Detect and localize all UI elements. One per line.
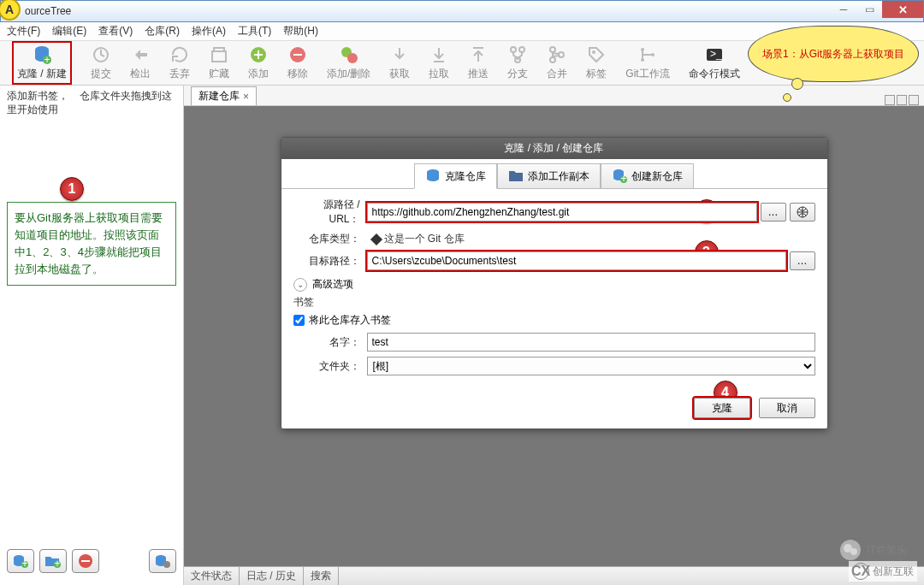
tool-commit[interactable]: 提交 bbox=[91, 44, 111, 81]
maximize-button[interactable]: ▭ bbox=[856, 1, 882, 18]
tab-label: 克隆仓库 bbox=[445, 169, 486, 184]
annotation-instructions: 要从Git服务器上获取项目需要知道项目的地址。按照该页面中1、2、3、4步骤就能… bbox=[7, 202, 176, 286]
dest-input[interactable] bbox=[367, 251, 786, 270]
menu-repo[interactable]: 仓库(R) bbox=[145, 24, 180, 38]
tool-gitflow[interactable]: Git工作流 bbox=[625, 44, 669, 81]
repo-type-value: 这是一个 Git 仓库 bbox=[372, 232, 465, 246]
folder-select[interactable]: [根] bbox=[367, 357, 815, 375]
tool-stash[interactable]: 贮藏 bbox=[209, 44, 229, 81]
status-log-history[interactable]: 日志 / 历史 bbox=[240, 567, 304, 585]
tool-terminal[interactable]: >_命令行模式 bbox=[689, 44, 740, 81]
tool-tag[interactable]: 标签 bbox=[586, 44, 607, 81]
status-search[interactable]: 搜索 bbox=[304, 567, 339, 585]
svg-point-19 bbox=[641, 48, 644, 51]
terminal-icon: >_ bbox=[704, 44, 725, 65]
tool-label: 命令行模式 bbox=[689, 67, 740, 81]
branch-icon bbox=[507, 44, 528, 65]
remove-icon bbox=[287, 44, 308, 65]
add-remove-icon bbox=[339, 44, 359, 65]
close-button[interactable]: ✕ bbox=[882, 1, 923, 18]
tool-remove[interactable]: 移除 bbox=[287, 44, 308, 81]
discard-icon bbox=[169, 44, 190, 65]
tab-label: 创建新仓库 bbox=[631, 169, 683, 184]
menu-action[interactable]: 操作(A) bbox=[192, 24, 226, 38]
tool-add-remove[interactable]: 添加/删除 bbox=[327, 44, 370, 81]
menu-view[interactable]: 查看(V) bbox=[98, 24, 133, 38]
status-file-state[interactable]: 文件状态 bbox=[184, 567, 240, 585]
clone-button[interactable]: 克隆 bbox=[694, 398, 750, 418]
tool-label: 移除 bbox=[287, 67, 308, 81]
globe-button[interactable] bbox=[790, 203, 815, 222]
menu-edit[interactable]: 编辑(E) bbox=[52, 24, 86, 38]
browse-src-button[interactable]: … bbox=[761, 203, 786, 222]
tool-checkout[interactable]: 检出 bbox=[130, 44, 151, 81]
bookmark-add-repo-button[interactable]: + bbox=[7, 549, 34, 573]
svg-point-39 bbox=[427, 176, 439, 181]
tool-label: Git工作流 bbox=[625, 67, 669, 81]
advanced-label[interactable]: 高级选项 bbox=[312, 277, 353, 292]
dialog-tab-create[interactable]: +创建新仓库 bbox=[601, 163, 694, 189]
tool-add[interactable]: 添加 bbox=[248, 44, 269, 81]
svg-point-36 bbox=[163, 561, 170, 568]
svg-rect-32 bbox=[81, 560, 90, 562]
bookmark-checkbox[interactable] bbox=[293, 315, 305, 326]
tool-clone-new[interactable]: + 克隆 / 新建 bbox=[12, 41, 72, 85]
watermark-brand: IT烂笔头 bbox=[839, 539, 907, 561]
tool-label: 标签 bbox=[586, 67, 607, 81]
menu-help[interactable]: 帮助(H) bbox=[283, 24, 318, 38]
tool-branch[interactable]: 分支 bbox=[507, 44, 528, 81]
cx-icon: CX bbox=[852, 563, 869, 580]
bookmark-settings-button[interactable] bbox=[149, 549, 176, 573]
folder-label: 文件夹： bbox=[293, 359, 367, 374]
tab-new-repo[interactable]: 新建仓库 × bbox=[191, 86, 257, 105]
globe-icon bbox=[797, 206, 808, 218]
cancel-button[interactable]: 取消 bbox=[759, 398, 815, 418]
dialog-title: 克隆 / 添加 / 创建仓库 bbox=[281, 138, 827, 159]
tool-merge[interactable]: 合并 bbox=[547, 44, 567, 81]
bookmark-remove-button[interactable] bbox=[72, 549, 99, 573]
svg-point-18 bbox=[592, 50, 595, 54]
tool-fetch[interactable]: 获取 bbox=[389, 44, 410, 81]
db-plus-icon: + bbox=[12, 554, 29, 568]
bookmark-checkbox-label: 将此仓库存入书签 bbox=[309, 313, 391, 328]
svg-point-12 bbox=[511, 47, 516, 52]
dialog-tab-clone[interactable]: 克隆仓库 bbox=[414, 163, 497, 189]
annotation-speech: 场景1：从Git服务器上获取项目 bbox=[748, 26, 919, 82]
commit-icon bbox=[91, 44, 111, 65]
tool-label: 检出 bbox=[130, 67, 151, 81]
tab-close-icon[interactable]: × bbox=[243, 91, 249, 103]
repo-type-label: 仓库类型： bbox=[293, 232, 367, 246]
menu-file[interactable]: 文件(F) bbox=[7, 24, 40, 38]
bookmark-add-folder-button[interactable]: + bbox=[39, 549, 67, 573]
tool-discard[interactable]: 丢弃 bbox=[169, 44, 190, 81]
svg-text:+: + bbox=[44, 54, 50, 65]
tool-label: 丢弃 bbox=[169, 67, 190, 81]
sidebar: 添加新书签， 仓库文件夹拖拽到这里开始使用 1 要从Git服务器上获取项目需要知… bbox=[0, 86, 184, 585]
menu-tools[interactable]: 工具(T) bbox=[238, 24, 271, 38]
minimize-button[interactable]: ─ bbox=[831, 1, 856, 18]
svg-point-11 bbox=[347, 53, 358, 63]
main-area: 新建仓库 × http://blog.csdn.net/ 克隆 / 添加 / 创… bbox=[184, 86, 924, 585]
pane-layout-buttons[interactable] bbox=[885, 95, 924, 105]
db-gear-icon bbox=[154, 554, 171, 568]
tab-label: 新建仓库 bbox=[198, 89, 240, 103]
titlebar: ourceTree ─ ▭ ✕ bbox=[0, 0, 924, 22]
svg-text:+: + bbox=[21, 558, 27, 568]
svg-rect-7 bbox=[214, 48, 224, 51]
fetch-icon bbox=[389, 44, 410, 65]
annotation-step-1: 1 bbox=[60, 177, 84, 201]
tag-icon bbox=[586, 44, 607, 65]
browse-dest-button[interactable]: … bbox=[790, 251, 815, 270]
chevron-down-icon[interactable]: ⌄ bbox=[293, 278, 307, 292]
src-url-input[interactable] bbox=[367, 203, 757, 222]
tool-push[interactable]: 推送 bbox=[468, 44, 489, 81]
name-input[interactable] bbox=[367, 333, 815, 352]
tab-label: 添加工作副本 bbox=[528, 169, 589, 184]
tool-pull[interactable]: 拉取 bbox=[429, 44, 449, 81]
add-icon bbox=[248, 44, 269, 65]
dialog-tab-add[interactable]: 添加工作副本 bbox=[497, 163, 601, 189]
canvas: http://blog.csdn.net/ 克隆 / 添加 / 创建仓库 克隆仓… bbox=[184, 106, 924, 566]
gitflow-icon bbox=[637, 44, 658, 65]
stash-icon bbox=[209, 44, 229, 65]
statusbar: 文件状态 日志 / 历史 搜索 bbox=[184, 566, 924, 585]
